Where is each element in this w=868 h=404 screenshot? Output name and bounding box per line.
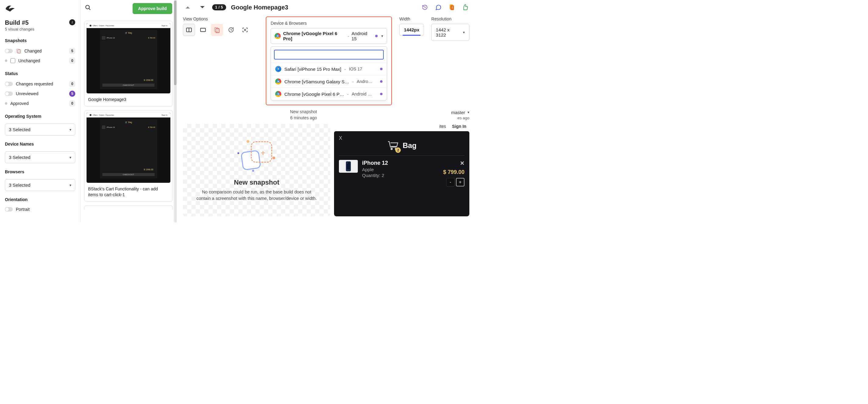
- unchanged-label: Unchanged: [18, 58, 40, 63]
- view-single-icon[interactable]: [197, 24, 209, 36]
- history-icon[interactable]: [421, 3, 429, 11]
- search-icon[interactable]: [85, 4, 91, 13]
- snapshot-title: Google Homepage3: [231, 4, 288, 11]
- chrome-icon: [275, 33, 281, 39]
- chevron-down-icon: ▾: [69, 127, 71, 132]
- viewer-top-bar: 1 / 5 Google Homepage3 !: [177, 0, 475, 13]
- svg-rect-7: [200, 28, 206, 32]
- snapshot-name: BStack's Cart Functionality - can add it…: [86, 183, 171, 200]
- chrome-icon: [275, 79, 281, 85]
- cart-icon: 2: [387, 140, 399, 151]
- status-dot-icon: [380, 93, 382, 95]
- toggle-changed[interactable]: [5, 49, 13, 53]
- quantity-plus-button[interactable]: +: [456, 178, 464, 186]
- view-options-group: View Options: [183, 17, 251, 36]
- prev-snapshot-button[interactable]: [183, 2, 193, 12]
- os-dropdown[interactable]: 3 Selected ▾: [5, 123, 75, 136]
- view-options-label: View Options: [183, 17, 251, 21]
- device-selected-name: Chrome [vGoogle Pixel 6 Pro]: [283, 31, 345, 41]
- snapshot-counter: 1 / 5: [212, 4, 226, 10]
- snapshot-card[interactable]: OffersOrdersFavouritesSign In 🛒 Bag iPho…: [84, 21, 173, 107]
- devices-dropdown[interactable]: 3 Selected ▾: [5, 151, 75, 163]
- snapshot-card[interactable]: [84, 205, 173, 210]
- chrome-icon: [275, 91, 281, 97]
- favourites-link[interactable]: ites: [439, 124, 446, 129]
- cart-badge: 2: [395, 147, 401, 153]
- changes-requested-count: 0: [69, 81, 75, 87]
- bag-view: X 2 Bag iPhone 12: [334, 131, 469, 217]
- chevron-down-icon: ▾: [467, 110, 469, 114]
- unchanged-count: 0: [69, 58, 75, 64]
- view-clock-icon[interactable]: [225, 24, 237, 36]
- svg-point-16: [347, 163, 348, 164]
- device-browsers-label: Device & Browsers: [271, 21, 387, 26]
- branch-picker[interactable]: master ▾: [451, 110, 469, 115]
- filter-approved[interactable]: Approved 0: [0, 98, 80, 108]
- close-bag-button[interactable]: X: [339, 136, 342, 141]
- build-title: Build #5: [5, 19, 34, 26]
- os-dropdown-value: 3 Selected: [9, 127, 30, 132]
- os-section-title: Operating System: [0, 113, 80, 122]
- browsers-dropdown[interactable]: 3 Selected ▾: [5, 179, 75, 191]
- view-diff-icon[interactable]: [211, 24, 223, 36]
- thumbs-up-icon[interactable]: [461, 3, 469, 11]
- compare-area: + New snapshot No comparison could be ru…: [177, 124, 475, 223]
- next-snapshot-button[interactable]: [197, 2, 207, 12]
- filter-unchanged[interactable]: Unchanged 0: [0, 56, 80, 66]
- product-quantity: Quantity: 2: [362, 173, 439, 178]
- scrollbar[interactable]: [174, 0, 177, 223]
- dot-unchanged: [5, 59, 7, 62]
- signin-link[interactable]: Sign In: [452, 124, 466, 129]
- chevron-down-icon: ▾: [463, 30, 465, 34]
- resolution-select[interactable]: 1442 x 3122 ▾: [431, 24, 469, 41]
- comparison-subbar: New snapshot 6 minutes ago master ▾ es a…: [177, 105, 475, 124]
- checkbox-icon: [10, 58, 15, 63]
- browsers-dropdown-value: 3 Selected: [9, 182, 30, 187]
- build-subtitle: 5 visual changes: [5, 27, 34, 31]
- device-option[interactable]: Chrome [vSamsung Galaxy S…-Andro…: [271, 75, 387, 88]
- snapshot-thumbnail: OffersOrdersFavouritesSign In 🛒 Bag iPho…: [86, 112, 171, 183]
- remove-item-button[interactable]: ✕: [460, 160, 464, 167]
- toggle-unreviewed[interactable]: [5, 91, 13, 96]
- snapshot-card[interactable]: OffersOrdersFavouritesSign In 🛒 Bag iPho…: [84, 110, 173, 202]
- device-selected-os: Android 15: [351, 31, 373, 41]
- orientation-value: Portrait: [16, 207, 30, 212]
- view-fullscreen-icon[interactable]: [239, 24, 251, 36]
- safari-icon: [275, 66, 281, 72]
- browsers-section-title: Browsers: [0, 168, 80, 177]
- viewer-panel: 1 / 5 Google Homepage3 ! View Options: [177, 0, 475, 223]
- svg-point-11: [244, 29, 246, 31]
- quantity-minus-button[interactable]: -: [446, 178, 455, 186]
- filter-changes-requested[interactable]: Changes requested 0: [0, 79, 80, 89]
- changes-requested-label: Changes requested: [16, 82, 53, 86]
- orientation-row[interactable]: Portrait: [0, 205, 80, 213]
- toggle-changes-requested[interactable]: [5, 82, 13, 86]
- empty-state-body: No comparison could be run, as the base …: [196, 189, 317, 202]
- flag-icon[interactable]: !: [447, 3, 456, 11]
- snapshot-list-panel: Approve build OffersOrdersFavouritesSign…: [81, 0, 177, 223]
- devices-dropdown-value: 3 Selected: [9, 155, 30, 160]
- diff-icon: [16, 48, 21, 54]
- status-dot-icon: [380, 68, 382, 70]
- device-option[interactable]: Chrome [vGoogle Pixel 6 P…-Android …: [271, 88, 387, 100]
- product-price: $ 799.00: [443, 169, 464, 175]
- info-icon[interactable]: i: [69, 19, 75, 25]
- svg-point-2: [86, 5, 89, 9]
- width-select[interactable]: 1442px: [399, 24, 424, 36]
- snapshot-scroll[interactable]: OffersOrdersFavouritesSign In 🛒 Bag iPho…: [81, 17, 177, 223]
- status-section-title: Status: [0, 70, 80, 79]
- snapshot-name: Google Homepage3: [86, 94, 171, 104]
- snapshots-section-title: Snapshots: [0, 37, 80, 46]
- toggle-orientation[interactable]: [5, 207, 13, 211]
- view-split-icon[interactable]: [183, 24, 195, 36]
- filter-changed[interactable]: Changed 5: [0, 46, 80, 56]
- approve-build-button[interactable]: Approve build: [132, 3, 172, 14]
- device-select[interactable]: Chrome [vGoogle Pixel 6 Pro] - Android 1…: [271, 28, 387, 44]
- filter-unreviewed[interactable]: Unreviewed 5: [0, 89, 80, 98]
- comment-icon[interactable]: [434, 3, 442, 11]
- device-browsers-group: Device & Browsers Chrome [vGoogle Pixel …: [266, 17, 392, 105]
- build-header: Build #5 5 visual changes i: [0, 17, 80, 37]
- quantity-stepper: - +: [446, 178, 464, 186]
- device-search-input[interactable]: [274, 50, 384, 59]
- device-option[interactable]: Safari [viPhone 15 Pro Max]-IOS 17: [271, 62, 387, 75]
